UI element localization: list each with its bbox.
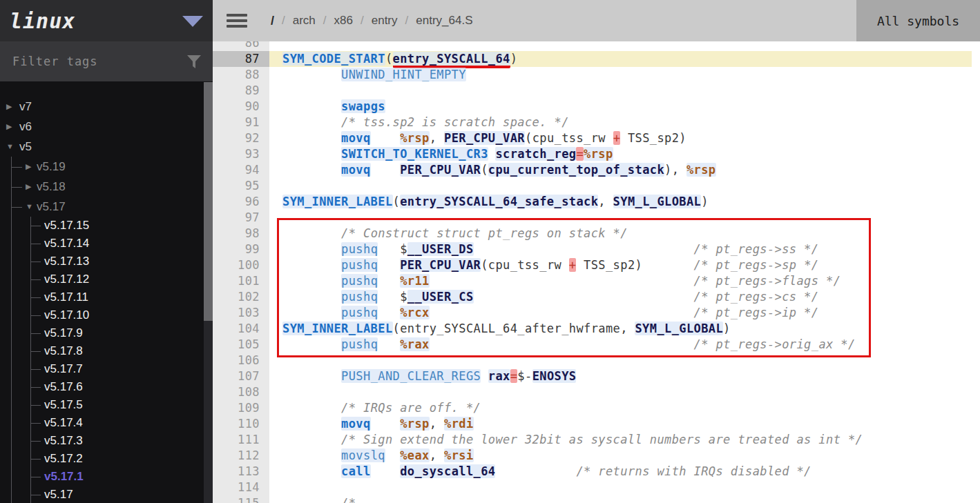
chevron-right-icon[interactable]: ▶ bbox=[26, 157, 31, 177]
breadcrumb-item-entry[interactable]: entry bbox=[372, 14, 398, 28]
line-number[interactable]: 114 bbox=[213, 480, 269, 495]
line-number[interactable]: 104 bbox=[213, 321, 269, 337]
line-number[interactable]: 102 bbox=[213, 289, 269, 305]
identifier-link[interactable]: PER_CPU_VAR bbox=[400, 258, 481, 272]
version-item-v5.17.3[interactable]: v5.17.3 bbox=[0, 432, 213, 450]
version-item-v7[interactable]: ▶v7 bbox=[0, 97, 213, 117]
version-item-v5.17.6[interactable]: v5.17.6 bbox=[0, 378, 213, 396]
identifier-link[interactable]: call bbox=[341, 464, 371, 478]
chevron-right-icon[interactable]: ▶ bbox=[6, 97, 12, 117]
identifier-link[interactable]: swapgs bbox=[341, 99, 385, 113]
identifier-link[interactable]: PER_CPU_VAR bbox=[400, 163, 481, 177]
identifier-link[interactable]: __USER_CS bbox=[407, 290, 474, 304]
identifier-link[interactable]: SYM_L_GLOBAL bbox=[613, 195, 702, 208]
identifier-link[interactable]: scratch_reg bbox=[495, 147, 576, 161]
identifier-link[interactable]: %eax bbox=[400, 448, 430, 462]
version-item-v5.17[interactable]: v5.17 bbox=[0, 486, 213, 503]
identifier-link[interactable]: %rdi bbox=[444, 417, 474, 431]
version-item-v5.17.8[interactable]: v5.17.8 bbox=[0, 342, 213, 360]
line-number[interactable]: 94 bbox=[213, 162, 269, 178]
version-item-v5.17.4[interactable]: v5.17.4 bbox=[0, 414, 213, 432]
line-number[interactable]: 109 bbox=[213, 400, 269, 416]
identifier-link[interactable]: %r11 bbox=[400, 274, 430, 288]
line-number[interactable]: 107 bbox=[213, 368, 269, 384]
identifier-link[interactable]: entry_SYSCALL_64_safe_stack bbox=[400, 195, 598, 208]
identifier-link[interactable]: PUSH_AND_CLEAR_REGS bbox=[341, 369, 481, 383]
version-item-v5.17.14[interactable]: v5.17.14 bbox=[0, 235, 213, 253]
version-item-v5.17.7[interactable]: v5.17.7 bbox=[0, 360, 213, 378]
version-item-v5.18[interactable]: ▶v5.18 bbox=[0, 177, 213, 197]
line-number[interactable]: 115 bbox=[213, 495, 269, 503]
breadcrumb-item-x86[interactable]: x86 bbox=[334, 14, 353, 28]
line-number[interactable]: 95 bbox=[213, 178, 269, 194]
line-number[interactable]: 97 bbox=[213, 210, 269, 226]
identifier-link[interactable]: movslq bbox=[341, 448, 385, 462]
version-item-v5.19[interactable]: ▶v5.19 bbox=[0, 157, 213, 177]
line-number[interactable]: 92 bbox=[213, 130, 269, 146]
identifier-link[interactable]: pushq bbox=[341, 242, 378, 256]
identifier-link[interactable]: %rsp bbox=[686, 163, 716, 177]
identifier-link[interactable]: %rsp bbox=[400, 417, 430, 431]
filter-tags-input[interactable] bbox=[0, 41, 213, 81]
line-number[interactable]: 100 bbox=[213, 257, 269, 273]
identifier-link[interactable]: %rsp bbox=[584, 147, 613, 161]
line-number[interactable]: 96 bbox=[213, 194, 269, 210]
line-number[interactable]: 105 bbox=[213, 337, 269, 353]
identifier-link[interactable]: pushq bbox=[341, 274, 378, 288]
identifier-link[interactable]: movq bbox=[341, 131, 371, 145]
identifier-link[interactable]: pushq bbox=[341, 258, 378, 272]
line-number[interactable]: 99 bbox=[213, 241, 269, 257]
line-number[interactable]: 112 bbox=[213, 448, 269, 464]
version-item-v5.17.10[interactable]: v5.17.10 bbox=[0, 306, 213, 324]
menu-icon[interactable] bbox=[227, 11, 247, 30]
identifier-link[interactable]: %rsp bbox=[400, 131, 430, 145]
line-number[interactable]: 111 bbox=[213, 432, 269, 448]
version-item-v5.17.12[interactable]: v5.17.12 bbox=[0, 270, 213, 288]
chevron-down-icon[interactable]: ▼ bbox=[26, 197, 33, 217]
identifier-link[interactable]: %rcx bbox=[400, 306, 430, 319]
line-number[interactable]: 110 bbox=[213, 416, 269, 432]
breadcrumb-root[interactable]: / bbox=[271, 14, 274, 28]
identifier-link[interactable]: SWITCH_TO_KERNEL_CR3 bbox=[341, 147, 488, 161]
version-item-v5.17.13[interactable]: v5.17.13 bbox=[0, 253, 213, 270]
version-item-v5.17[interactable]: ▼v5.17 bbox=[0, 197, 213, 217]
version-item-v5.17.5[interactable]: v5.17.5 bbox=[0, 396, 213, 414]
version-item-v5[interactable]: ▼v5 bbox=[0, 137, 213, 157]
version-item-v5.17.9[interactable]: v5.17.9 bbox=[0, 324, 213, 342]
identifier-link[interactable]: movq bbox=[341, 163, 371, 177]
line-number[interactable]: 103 bbox=[213, 305, 269, 321]
identifier-link[interactable]: cpu_current_top_of_stack bbox=[488, 163, 664, 177]
line-number[interactable]: 106 bbox=[213, 353, 269, 368]
line-number[interactable]: 113 bbox=[213, 464, 269, 480]
identifier-link[interactable]: pushq bbox=[341, 306, 378, 319]
sidebar-scrollbar-thumb[interactable] bbox=[204, 82, 213, 321]
chevron-right-icon[interactable]: ▶ bbox=[26, 177, 31, 197]
line-number[interactable]: 88 bbox=[213, 67, 269, 83]
line-number[interactable]: 101 bbox=[213, 273, 269, 289]
identifier-link[interactable]: PER_CPU_VAR bbox=[444, 131, 525, 145]
breadcrumb-item-arch[interactable]: arch bbox=[293, 14, 316, 28]
identifier-link[interactable]: ENOSYS bbox=[532, 369, 577, 383]
identifier-link[interactable]: SYM_INNER_LABEL bbox=[282, 195, 393, 208]
line-number[interactable]: 98 bbox=[213, 226, 269, 241]
version-item-v5.17.1[interactable]: v5.17.1 bbox=[0, 468, 213, 486]
line-number[interactable]: 91 bbox=[213, 115, 269, 130]
line-number[interactable]: 90 bbox=[213, 99, 269, 115]
line-number[interactable]: 108 bbox=[213, 384, 269, 400]
sidebar-scrollbar-track[interactable] bbox=[204, 321, 213, 503]
project-header[interactable]: linux bbox=[0, 0, 213, 41]
line-number[interactable]: 93 bbox=[213, 146, 269, 162]
identifier-link[interactable]: pushq bbox=[341, 337, 378, 351]
identifier-link[interactable]: __USER_DS bbox=[407, 242, 474, 256]
identifier-link[interactable]: rax bbox=[488, 369, 510, 383]
version-item-v5.17.2[interactable]: v5.17.2 bbox=[0, 450, 213, 468]
identifier-link[interactable]: pushq bbox=[341, 290, 378, 304]
line-number[interactable]: 89 bbox=[213, 83, 269, 99]
identifier-link[interactable]: SYM_INNER_LABEL bbox=[282, 322, 393, 335]
line-number[interactable]: 87 bbox=[213, 51, 269, 67]
line-number[interactable]: 86 bbox=[213, 41, 269, 51]
identifier-link[interactable]: do_syscall_64 bbox=[400, 464, 495, 478]
breadcrumb-item-entry_64.S[interactable]: entry_64.S bbox=[416, 14, 472, 28]
identifier-link[interactable]: movq bbox=[341, 417, 371, 431]
chevron-down-icon[interactable]: ▼ bbox=[6, 137, 14, 157]
